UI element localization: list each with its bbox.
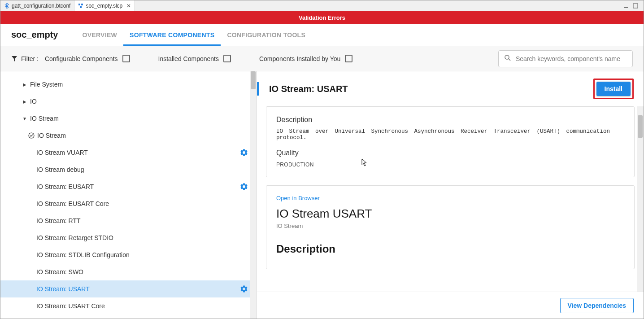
filter-label: Filter :	[21, 55, 39, 62]
component-tree: ▶ File System ▶ IO ▼ IO Stream IO Stream…	[0, 71, 257, 319]
tree-usart-core[interactable]: IO Stream: USART Core	[0, 297, 257, 315]
tree-scrollbar[interactable]	[250, 71, 257, 319]
filter-icon	[11, 56, 17, 62]
gear-icon[interactable]	[240, 149, 248, 156]
svg-rect-1	[81, 4, 83, 5]
tree-usart[interactable]: IO Stream: USART	[0, 280, 257, 297]
svg-rect-4	[633, 4, 638, 8]
maximize-icon[interactable]	[633, 3, 638, 9]
filter-byyou-checkbox[interactable]	[345, 55, 352, 62]
chevron-right-icon: ▶	[22, 99, 27, 104]
editor-tab-bar: gatt_configuration.btconf soc_empty.slcp…	[0, 0, 644, 11]
description-text: IO Stream over Universal Synchronous Asy…	[276, 128, 624, 141]
detail-title: IO Stream: USART	[269, 84, 348, 94]
svg-rect-3	[624, 7, 628, 8]
chevron-right-icon: ▶	[22, 82, 27, 87]
doc-title: IO Stream USART	[276, 207, 624, 221]
quality-value: PRODUCTION	[276, 162, 624, 168]
tree-debug[interactable]: IO Stream debug	[0, 161, 257, 178]
doc-card: Open in Browser IO Stream USART IO Strea…	[266, 185, 635, 269]
nav-overview[interactable]: OVERVIEW	[76, 24, 124, 46]
check-circle-icon	[28, 132, 35, 139]
tree-stdlib[interactable]: IO Stream: STDLIB Configuration	[0, 246, 257, 263]
accent-bar	[257, 82, 259, 96]
tab-gatt[interactable]: gatt_configuration.btconf	[0, 0, 74, 11]
description-heading: Description	[276, 116, 624, 124]
detail-footer: View Dependencies	[257, 292, 644, 319]
filter-configurable-label: Configurable Components	[45, 55, 118, 62]
project-name: soc_empty	[11, 30, 58, 40]
window-icons	[624, 3, 644, 9]
nav-software-components[interactable]: SOFTWARE COMPONENTS	[123, 24, 221, 46]
chevron-down-icon: ▼	[22, 116, 27, 121]
detail-scrollbar[interactable]	[637, 106, 644, 319]
svg-point-7	[29, 133, 34, 138]
svg-rect-0	[78, 4, 80, 5]
tree-io-stream[interactable]: ▼ IO Stream	[0, 110, 257, 127]
description-card: Description IO Stream over Universal Syn…	[266, 106, 635, 177]
tree-file-system[interactable]: ▶ File System	[0, 76, 257, 93]
minimize-icon[interactable]	[624, 3, 629, 9]
install-button[interactable]: Install	[596, 82, 631, 96]
quality-heading: Quality	[276, 149, 624, 157]
search-icon	[504, 54, 511, 63]
bluetooth-icon	[4, 3, 9, 9]
open-in-browser-link[interactable]: Open in Browser	[276, 195, 624, 201]
install-highlight: Install	[593, 79, 634, 99]
search-box[interactable]	[498, 50, 633, 67]
nav-configuration-tools[interactable]: CONFIGURATION TOOLS	[221, 24, 312, 46]
component-detail-panel: IO Stream: USART Install Description IO …	[257, 71, 644, 319]
gear-icon[interactable]	[240, 285, 248, 293]
validation-banner[interactable]: Validation Errors	[0, 11, 644, 24]
project-header: soc_empty OVERVIEW SOFTWARE COMPONENTS C…	[0, 24, 644, 46]
validation-banner-text: Validation Errors	[299, 14, 345, 21]
filter-configurable-checkbox[interactable]	[122, 55, 130, 62]
filter-installed-checkbox[interactable]	[223, 55, 231, 62]
svg-line-6	[509, 59, 510, 61]
svg-point-5	[505, 55, 509, 59]
tab-gatt-label: gatt_configuration.btconf	[12, 3, 70, 9]
filter-installed-label: Installed Components	[158, 55, 219, 62]
tree-eusart[interactable]: IO Stream: EUSART	[0, 178, 257, 195]
gear-icon[interactable]	[240, 183, 248, 190]
search-input[interactable]	[516, 55, 627, 62]
doc-subtitle: IO Stream	[276, 223, 624, 229]
view-dependencies-button[interactable]: View Dependencies	[560, 298, 634, 313]
tree-io-stream-sub[interactable]: IO Stream	[0, 127, 257, 144]
tree-io[interactable]: ▶ IO	[0, 93, 257, 110]
tree-retarget[interactable]: IO Stream: Retarget STDIO	[0, 229, 257, 246]
doc-desc-heading: Description	[276, 243, 624, 255]
project-icon	[78, 3, 83, 9]
tab-slcp-label: soc_empty.slcp	[86, 3, 122, 9]
tree-rtt[interactable]: IO Stream: RTT	[0, 212, 257, 229]
close-icon[interactable]: ✕	[126, 3, 131, 9]
tree-eusart-core[interactable]: IO Stream: EUSART Core	[0, 195, 257, 212]
tree-swo[interactable]: IO Stream: SWO	[0, 263, 257, 280]
tree-vuart[interactable]: IO Stream VUART	[0, 144, 257, 161]
filter-byyou-label: Components Installed by You	[259, 55, 340, 62]
svg-rect-2	[80, 6, 82, 8]
filter-bar: Filter : Configurable Components Install…	[0, 46, 644, 71]
tab-slcp[interactable]: soc_empty.slcp ✕	[74, 0, 135, 11]
